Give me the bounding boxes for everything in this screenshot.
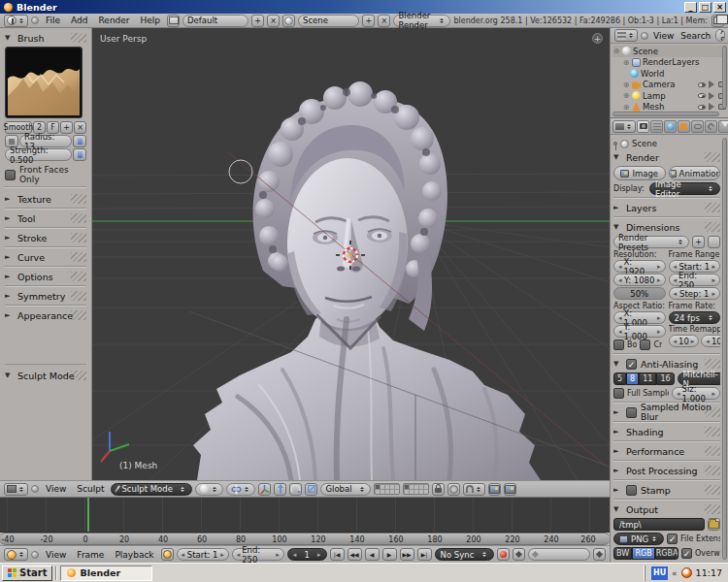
tab-modifiers[interactable] xyxy=(705,120,717,133)
overwrite-checkbox[interactable]: ✓ xyxy=(681,548,692,559)
mode-selector[interactable]: Sculpt Mode xyxy=(111,483,192,496)
editor-type-button[interactable] xyxy=(4,548,28,561)
layers-grid-left[interactable] xyxy=(374,483,400,495)
outliner-item-camera[interactable]: ⊕ Camera xyxy=(612,80,726,91)
remap-old-field[interactable]: ◂10▸ xyxy=(669,335,700,347)
use-preview-range-toggle[interactable] xyxy=(161,548,174,561)
menu-view[interactable]: View xyxy=(42,550,70,560)
resolution-percentage-slider[interactable]: 50% xyxy=(613,287,666,300)
auto-keyframe-toggle[interactable] xyxy=(497,548,510,561)
timeline-ruler[interactable]: -40 -20 0 20 40 60 80 100 120 140 160 18… xyxy=(0,533,610,545)
viewport-shading-selector[interactable] xyxy=(195,483,223,496)
end-frame-field[interactable]: ◂End: 250▸ xyxy=(669,274,721,286)
proportional-edit-selector[interactable] xyxy=(447,483,460,496)
layers-grid-right[interactable] xyxy=(403,483,429,495)
header-collapse-icon[interactable] xyxy=(31,551,39,559)
layers-panel-header[interactable]: ►Layers xyxy=(613,201,720,214)
pivot-point-selector[interactable] xyxy=(226,483,255,496)
language-indicator[interactable]: HU xyxy=(651,566,668,580)
selectability-icon[interactable] xyxy=(709,81,718,88)
tab-object-data[interactable] xyxy=(718,120,728,133)
tray-collapse-icon[interactable]: « xyxy=(672,568,678,578)
aa-samples-11[interactable]: 11 xyxy=(639,372,656,385)
menu-search[interactable]: Search xyxy=(678,31,712,41)
symmetry-panel-header[interactable]: ►Symmetry xyxy=(5,289,86,303)
timeline-canvas[interactable] xyxy=(0,498,610,533)
viewport-3d[interactable]: User Persp (1) Mesh + xyxy=(92,28,610,480)
remap-new-field[interactable]: ◂10▸ xyxy=(701,335,720,347)
border-checkbox[interactable] xyxy=(613,340,624,350)
front-faces-checkbox[interactable] xyxy=(5,170,16,180)
expand-icon[interactable]: ⊕ xyxy=(622,103,630,112)
display-mode-selector[interactable]: Image Editor xyxy=(649,182,720,195)
menu-help[interactable]: Help xyxy=(137,16,165,25)
keying-set-button[interactable] xyxy=(513,548,525,561)
snap-selector[interactable] xyxy=(463,483,485,496)
editor-type-button[interactable] xyxy=(614,29,638,42)
file-extensions-checkbox[interactable]: ✓ xyxy=(667,534,678,544)
radius-unified-toggle[interactable] xyxy=(73,135,86,147)
visibility-icon[interactable] xyxy=(698,82,706,87)
shading-panel-header[interactable]: ►Shading xyxy=(613,425,720,438)
add-scene-button[interactable]: + xyxy=(362,15,375,27)
strength-pressure-toggle[interactable] xyxy=(73,148,86,161)
expand-icon[interactable]: ⊕ xyxy=(622,58,630,67)
minimize-button[interactable]: _ xyxy=(684,2,697,13)
menu-sculpt[interactable]: Sculpt xyxy=(73,484,108,494)
unlink-brush-button[interactable]: × xyxy=(74,121,86,134)
visibility-icon[interactable] xyxy=(698,93,706,98)
frame-step-field[interactable]: ◂Step: 1▸ xyxy=(669,287,721,300)
rotate-manipulator-toggle[interactable] xyxy=(289,483,302,496)
expand-icon[interactable]: ⊕ xyxy=(612,47,620,55)
manipulator-axis-toggle[interactable] xyxy=(258,483,271,496)
output-path-field[interactable]: /tmp\ xyxy=(613,518,705,531)
visibility-icon[interactable] xyxy=(698,105,706,110)
previous-keyframe-button[interactable]: ◀◀ xyxy=(347,548,362,561)
delete-keying-set-button[interactable] xyxy=(593,548,606,561)
current-frame-indicator[interactable] xyxy=(87,498,89,532)
delete-scene-button[interactable]: × xyxy=(378,15,390,27)
color-mode-bw[interactable]: BW xyxy=(613,547,632,560)
outliner-item-lamp[interactable]: ⊕ Lamp xyxy=(612,90,726,102)
screen-layout-selector[interactable]: Default xyxy=(182,15,248,27)
add-preset-button[interactable]: + xyxy=(692,236,705,248)
lock-to-scene-toggle[interactable] xyxy=(432,483,445,496)
file-format-selector[interactable]: PNG xyxy=(613,533,664,545)
translate-manipulator-toggle[interactable] xyxy=(274,483,286,496)
frame-start-field[interactable]: ◂Start: 1▸ xyxy=(177,548,229,561)
selectability-icon[interactable] xyxy=(709,92,718,100)
stamp-panel-header[interactable]: ►Stamp xyxy=(613,483,720,497)
sculpt-mode-panel-header[interactable]: ▼Sculpt Mode xyxy=(5,369,86,382)
tab-object[interactable] xyxy=(678,120,690,133)
color-mode-rgba[interactable]: RGBA xyxy=(655,547,678,560)
render-opengl-anim-button[interactable] xyxy=(504,483,516,496)
start-button[interactable]: Start xyxy=(2,566,52,581)
crop-checkbox[interactable] xyxy=(640,340,650,350)
current-frame-field[interactable]: ◂1▸ xyxy=(287,548,327,561)
performance-panel-header[interactable]: ►Performance xyxy=(613,444,720,458)
curve-panel-header[interactable]: ►Curve xyxy=(5,250,86,264)
color-mode-rgb[interactable]: RGB xyxy=(632,547,655,560)
filter-size-field[interactable]: ◂Siz: 1.000▸ xyxy=(672,387,720,400)
region-expand-icon[interactable]: + xyxy=(592,33,603,44)
menu-view[interactable]: View xyxy=(42,484,70,494)
menu-file[interactable]: File xyxy=(42,16,64,25)
tool-panel-header[interactable]: ►Tool xyxy=(5,211,86,225)
tray-blender-icon[interactable] xyxy=(681,567,692,578)
full-sample-checkbox[interactable] xyxy=(613,388,624,399)
horizontal-scrollbar[interactable] xyxy=(612,112,719,116)
render-engine-selector[interactable]: Blender Render xyxy=(393,15,450,27)
antialiasing-checkbox[interactable]: ✓ xyxy=(626,359,637,370)
aa-samples-8[interactable]: 8 xyxy=(626,372,639,385)
selectability-icon[interactable] xyxy=(709,103,718,111)
resolution-x-field[interactable]: ◂X: 1920▸ xyxy=(613,260,666,273)
active-keying-set-field[interactable] xyxy=(528,548,590,561)
antialiasing-panel-header[interactable]: ▼✓Anti-Aliasing xyxy=(613,357,720,371)
dimensions-panel-header[interactable]: ▼Dimensions xyxy=(613,220,720,234)
taskbar-item-blender[interactable]: Blender xyxy=(60,566,152,581)
outliner-item-renderlayers[interactable]: ⊕ RenderLayers xyxy=(612,57,726,69)
pin-icon[interactable] xyxy=(613,142,617,146)
tab-constraints[interactable] xyxy=(691,120,704,133)
transform-orientation-selector[interactable]: Global xyxy=(320,483,371,496)
jump-to-end-button[interactable]: ▶| xyxy=(417,548,432,561)
